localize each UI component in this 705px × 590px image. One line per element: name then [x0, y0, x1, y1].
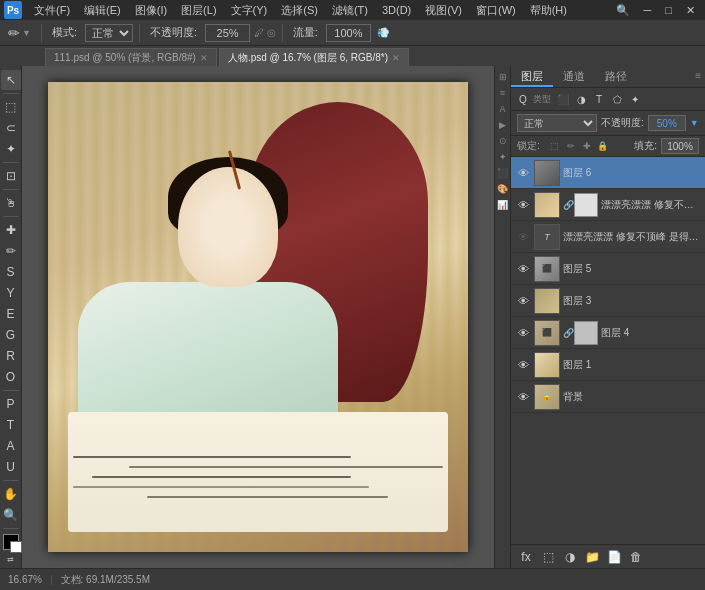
opacity-input[interactable] [205, 24, 250, 42]
menu-layer[interactable]: 图层(L) [175, 1, 222, 20]
layer4-visibility-toggle[interactable]: 👁 [515, 325, 531, 341]
crop-tool[interactable]: ⊡ [1, 166, 21, 186]
layer-item-layer3[interactable]: 👁 图层 3 [511, 285, 705, 317]
right-icon-7[interactable]: ⬛ [496, 166, 510, 180]
pen-tool[interactable]: P [1, 394, 21, 414]
foreground-color[interactable] [3, 534, 19, 550]
lock-transparency-icon[interactable]: ⬚ [548, 139, 562, 153]
panel-menu-icon[interactable]: ≡ [691, 66, 705, 87]
menu-select[interactable]: 选择(S) [275, 1, 324, 20]
minimize-button[interactable]: ─ [638, 2, 658, 18]
adjustment-button[interactable]: ◑ [561, 548, 579, 566]
heal-tool[interactable]: ✚ [1, 220, 21, 240]
tab-111-close[interactable]: ✕ [200, 53, 208, 63]
flow-input[interactable] [326, 24, 371, 42]
menu-filter[interactable]: 滤镜(T) [326, 1, 374, 20]
brush-tool-icon[interactable]: ✏ [8, 25, 20, 41]
layer1-visibility-toggle[interactable]: 👁 [515, 357, 531, 373]
background-visibility-toggle[interactable]: 👁 [515, 389, 531, 405]
restore-button[interactable]: □ [659, 2, 678, 18]
filter-shape-icon[interactable]: ⬠ [609, 91, 625, 107]
doc-info: 文档: 69.1M/235.5M [61, 573, 150, 587]
filter-smart-icon[interactable]: ✦ [627, 91, 643, 107]
dodge-tool[interactable]: O [1, 367, 21, 387]
clone-stamp-tool[interactable]: S [1, 262, 21, 282]
filter-kind-icon[interactable]: Q [515, 91, 531, 107]
eraser-tool[interactable]: E [1, 304, 21, 324]
opacity-row: 不透明度: ▼ [601, 115, 699, 131]
fill-input[interactable] [661, 138, 699, 154]
layer-item-text[interactable]: 👁 T 漂漂亮漂漂 修复不顶峰 是得一个... [511, 221, 705, 253]
menu-3d[interactable]: 3D(D) [376, 2, 417, 18]
layer-item-layer5[interactable]: 👁 ⬛ 图层 5 [511, 253, 705, 285]
search-icon[interactable]: 🔍 [610, 2, 636, 19]
menu-image[interactable]: 图像(I) [129, 1, 173, 20]
text-tool[interactable]: T [1, 415, 21, 435]
blur-tool[interactable]: R [1, 346, 21, 366]
layer-item-layer4[interactable]: 👁 ⬛ 🔗 图层 4 [511, 317, 705, 349]
layer5-visibility-toggle[interactable]: 👁 [515, 261, 531, 277]
right-icon-2[interactable]: ≡ [496, 86, 510, 100]
opacity-down-arrow[interactable]: ▼ [690, 118, 699, 128]
right-icon-4[interactable]: ▶ [496, 118, 510, 132]
blend-mode-select[interactable]: 正常 [517, 114, 597, 132]
panel-tab-layers[interactable]: 图层 [511, 66, 553, 87]
lasso-tool[interactable]: ⊂ [1, 118, 21, 138]
marquee-tool[interactable]: ⬚ [1, 97, 21, 117]
layer-item-layer6[interactable]: 👁 图层 6 [511, 157, 705, 189]
magic-wand-tool[interactable]: ✦ [1, 139, 21, 159]
delete-layer-button[interactable]: 🗑 [627, 548, 645, 566]
filter-adj-icon[interactable]: ◑ [573, 91, 589, 107]
new-layer-button[interactable]: 📄 [605, 548, 623, 566]
right-icon-9[interactable]: 📊 [496, 198, 510, 212]
filter-pixel-icon[interactable]: ⬛ [555, 91, 571, 107]
menu-help[interactable]: 帮助(H) [524, 1, 573, 20]
path-selection-tool[interactable]: A [1, 436, 21, 456]
menu-window[interactable]: 窗口(W) [470, 1, 522, 20]
eyedropper-tool[interactable]: 🖱 [1, 193, 21, 213]
right-icon-6[interactable]: ✦ [496, 150, 510, 164]
right-icon-3[interactable]: A [496, 102, 510, 116]
lock-all-icon[interactable]: 🔒 [596, 139, 610, 153]
layer-text-visibility[interactable]: 👁 [515, 229, 531, 245]
gradient-tool[interactable]: G [1, 325, 21, 345]
tab-portrait-close[interactable]: ✕ [392, 53, 400, 63]
tab-portrait[interactable]: 人物.psd @ 16.7% (图层 6, RGB/8*) ✕ [219, 48, 409, 66]
group-button[interactable]: 📁 [583, 548, 601, 566]
opacity-panel-input[interactable] [648, 115, 686, 131]
add-mask-button[interactable]: ⬚ [539, 548, 557, 566]
menu-text[interactable]: 文字(Y) [225, 1, 274, 20]
opacity-label: 不透明度: [146, 23, 201, 42]
layer-text-image-visibility[interactable]: 👁 [515, 197, 531, 213]
menu-edit[interactable]: 编辑(E) [78, 1, 127, 20]
right-icon-5[interactable]: ⊙ [496, 134, 510, 148]
lock-position-icon[interactable]: ✚ [580, 139, 594, 153]
mode-select[interactable]: 正常 [85, 24, 133, 42]
fx-button[interactable]: fx [517, 548, 535, 566]
layer3-visibility-toggle[interactable]: 👁 [515, 293, 531, 309]
lock-paint-icon[interactable]: ✏ [564, 139, 578, 153]
hand-tool[interactable]: ✋ [1, 484, 21, 504]
panel-tab-channels[interactable]: 通道 [553, 66, 595, 87]
layer6-info: 图层 6 [563, 166, 701, 180]
menu-file[interactable]: 文件(F) [28, 1, 76, 20]
canvas-area[interactable] [22, 66, 494, 568]
layer6-visibility-toggle[interactable]: 👁 [515, 165, 531, 181]
shape-tool[interactable]: U [1, 457, 21, 477]
tab-111[interactable]: 111.psd @ 50% (背景, RGB/8#) ✕ [45, 48, 217, 66]
layer-item-layer1[interactable]: 👁 图层 1 [511, 349, 705, 381]
zoom-tool[interactable]: 🔍 [1, 505, 21, 525]
panel-tab-paths[interactable]: 路径 [595, 66, 637, 87]
history-brush-tool[interactable]: Y [1, 283, 21, 303]
brush-tool[interactable]: ✏ [1, 241, 21, 261]
airbrush-icon[interactable]: 💨 [377, 27, 389, 38]
layer-item-text-image[interactable]: 👁 🔗 漂漂亮漂漂 修复不顶峰 是一... [511, 189, 705, 221]
right-icon-8[interactable]: 🎨 [496, 182, 510, 196]
move-tool[interactable]: ↖ [1, 70, 21, 90]
right-icon-1[interactable]: ⊞ [496, 70, 510, 84]
layer-item-background[interactable]: 👁 🔒 背景 [511, 381, 705, 413]
swap-colors-icon[interactable]: ⇄ [7, 555, 14, 564]
menu-view[interactable]: 视图(V) [419, 1, 468, 20]
filter-type-icon[interactable]: T [591, 91, 607, 107]
close-button[interactable]: ✕ [680, 2, 701, 19]
